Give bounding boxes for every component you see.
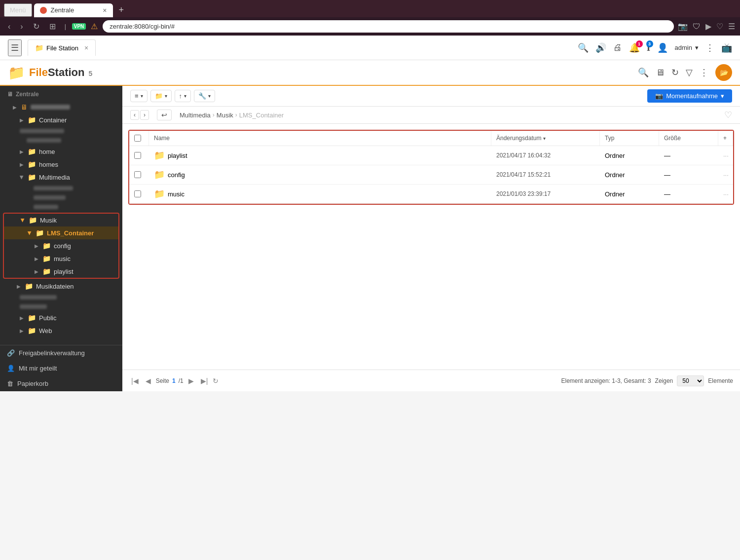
back-button[interactable]: ‹ (5, 21, 13, 32)
snapshot-label: Momentaufnahme (666, 92, 718, 100)
browser-menu[interactable]: Menü (4, 3, 32, 17)
root-label-blurred (31, 105, 70, 110)
title-refresh-icon[interactable]: ↻ (671, 67, 679, 78)
hamburger-button[interactable]: ☰ (8, 39, 22, 56)
upload-button[interactable]: ↑ ▾ (175, 90, 191, 102)
sidebar-item-music[interactable]: ▶ 📁 music (4, 252, 118, 265)
favorite-button[interactable]: ♡ (724, 110, 732, 120)
header-size-cell[interactable]: Größe (659, 131, 718, 146)
forward-button[interactable]: › (17, 21, 26, 32)
header-add-cell[interactable]: + (718, 131, 733, 146)
header-type-cell[interactable]: Typ (600, 131, 659, 146)
home-folder-icon: 📁 (28, 148, 36, 155)
sidebar-item-home[interactable]: ▶ 📁 home (0, 145, 122, 158)
notification2-icon[interactable]: ℹ3 (647, 42, 650, 53)
file-station-tab[interactable]: 📁 File Station × (28, 39, 96, 56)
breadcrumb-back-btn[interactable]: ‹ (130, 110, 139, 120)
snapshot-button[interactable]: 📷 Momentaufnahme ▾ (647, 89, 732, 103)
breadcrumb-forward-btn[interactable]: › (140, 110, 149, 120)
sidebar-freigabe-item[interactable]: 🔗 Freigabelinkverwaltung (0, 345, 122, 361)
main-layout: 🖥 Zentrale ▶ 🖥 ▶ 📁 Container ▶ 📁 home ▶ (0, 86, 740, 391)
next-page-button[interactable]: ▶ (186, 376, 196, 386)
lms-folder-icon: 📁 (36, 229, 44, 237)
sidebar-item-playlist[interactable]: ▶ 📁 playlist (4, 265, 118, 278)
sidebar-item-multimedia[interactable]: ▶ 📁 Multimedia (0, 171, 122, 184)
more-options-button[interactable]: ⋮ (705, 42, 714, 53)
nas-label: Zentrale (16, 91, 39, 98)
menu-icon[interactable]: ☰ (728, 22, 735, 31)
browser-tab[interactable]: Zentrale × (34, 3, 113, 17)
title-search-icon[interactable]: 🔍 (638, 67, 649, 78)
music-folder-icon: 📁 (42, 255, 51, 262)
sidebar-item-web[interactable]: ▶ 📁 Web (0, 324, 122, 337)
items-per-page-select[interactable]: 50 100 200 (677, 375, 704, 386)
header-date-cell[interactable]: Änderungsdatum ▾ (491, 131, 600, 146)
sidebar-item-lms-container[interactable]: ▶ 📁 LMS_Container (4, 226, 118, 239)
tools-button[interactable]: 🔧 ▾ (194, 90, 215, 102)
container-folder-icon: 📁 (28, 116, 36, 124)
address-bar[interactable]: zentrale:8080/cgi-bin/# (103, 20, 674, 33)
new-tab-button[interactable]: + (115, 3, 128, 17)
row-date-cell-1: 2021/04/17 16:04:32 (491, 146, 600, 165)
title-filter-icon[interactable]: ▽ (686, 67, 693, 78)
row-checkbox-3[interactable] (134, 190, 141, 197)
app-grid-button[interactable]: ⊞ (46, 21, 59, 32)
heart-icon[interactable]: ♡ (716, 22, 723, 31)
sidebar-item-musikdateien[interactable]: ▶ 📁 Musikdateien (0, 280, 122, 293)
play-icon[interactable]: ▶ (705, 22, 711, 31)
sidebar-item-musik[interactable]: ▶ 📁 Musik (4, 214, 118, 226)
header-name-cell[interactable]: Name (149, 131, 491, 146)
sidebar-trash-item[interactable]: 🗑 Papierkorb (0, 376, 122, 391)
print-icon[interactable]: 🖨 (613, 42, 622, 53)
sidebar-item-homes[interactable]: ▶ 📁 homes (0, 158, 122, 171)
row-more-cell-1[interactable]: ··· (718, 146, 733, 165)
prev-page-button[interactable]: ◀ (144, 376, 153, 386)
tab-close-button[interactable]: × (103, 6, 107, 14)
user-profile-icon[interactable]: 👤 (657, 42, 668, 53)
breadcrumb-multimedia[interactable]: Multimedia (180, 112, 211, 119)
filestation-shortcut-icon[interactable]: 📂 (715, 64, 732, 81)
row-checkbox-2[interactable] (134, 171, 141, 178)
file-station-tab-label: File Station (46, 44, 78, 52)
type-column-label: Typ (605, 135, 614, 142)
music-label: music (54, 255, 71, 262)
sidebar-item-public[interactable]: ▶ 📁 Public (0, 311, 122, 324)
new-folder-button[interactable]: 📁 ▾ (150, 90, 172, 102)
row-checkbox-1[interactable] (134, 152, 141, 159)
title-more-icon[interactable]: ⋮ (700, 67, 708, 78)
sidebar-item-root[interactable]: ▶ 🖥 (0, 101, 122, 113)
select-all-checkbox[interactable] (134, 135, 141, 142)
table-row[interactable]: 📁 music 2021/01/03 23:39:17 Ordner — ··· (129, 185, 733, 204)
list-view-button[interactable]: ≡ ▾ (130, 90, 148, 102)
camera-icon[interactable]: 📷 (678, 22, 688, 31)
sidebar-shared-item[interactable]: 👤 Mit mir geteilt (0, 361, 122, 376)
musikdateien-folder-icon: 📁 (25, 282, 33, 290)
breadcrumb-sep2: › (235, 112, 237, 118)
sidebar-item-config[interactable]: ▶ 📁 config (4, 239, 118, 252)
sidebar-item-container[interactable]: ▶ 📁 Container (0, 113, 122, 126)
row-more-cell-3[interactable]: ··· (718, 185, 733, 203)
title-monitor-icon[interactable]: 🖥 (656, 68, 665, 78)
arrow-icon-multimedia: ▶ (19, 175, 25, 179)
file-table-header: Name Änderungsdatum ▾ Typ Größe + (129, 131, 733, 146)
breadcrumb-musik[interactable]: Musik (217, 112, 233, 119)
reload-button[interactable]: ↻ (30, 21, 42, 32)
trash-icon: 🗑 (7, 380, 13, 387)
multimedia-label: Multimedia (39, 174, 70, 181)
notification1-icon[interactable]: 🔔1 (629, 42, 640, 53)
search-icon[interactable]: 🔍 (578, 42, 589, 53)
table-row[interactable]: 📁 config 2021/04/17 15:52:21 Ordner — ··… (129, 165, 733, 185)
table-row[interactable]: 📁 playlist 2021/04/17 16:04:32 Ordner — … (129, 146, 733, 165)
volume-icon[interactable]: 🔊 (595, 42, 606, 53)
monitor-icon[interactable]: 📺 (721, 42, 732, 53)
last-page-button[interactable]: ▶| (199, 376, 210, 386)
row-more-cell-2[interactable]: ··· (718, 165, 733, 184)
freigabe-label: Freigabelinkverwaltung (19, 349, 85, 357)
shield-icon[interactable]: 🛡 (693, 22, 701, 31)
refresh-button[interactable]: ↻ (213, 377, 219, 385)
tab-close-icon[interactable]: × (84, 44, 88, 52)
user-dropdown-button[interactable]: admin ▾ (675, 44, 699, 51)
row-type-2: Ordner (605, 171, 625, 179)
breadcrumb-up-btn[interactable]: ↩ (157, 110, 172, 120)
first-page-button[interactable]: |◀ (129, 376, 141, 386)
